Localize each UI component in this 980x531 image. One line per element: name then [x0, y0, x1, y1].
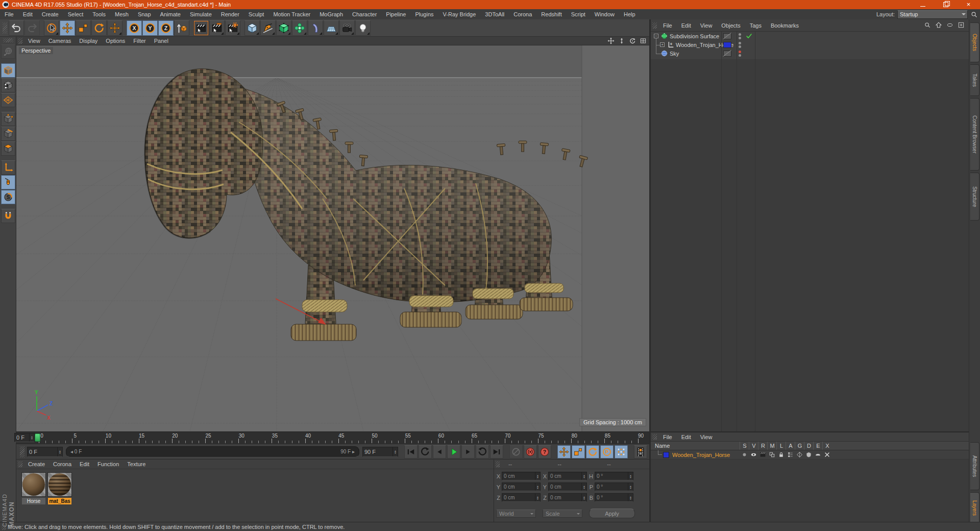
world-dropdown[interactable]: World [496, 510, 536, 518]
material-mat_bas[interactable]: mat_Bas [47, 472, 72, 504]
panel-grip[interactable] [18, 461, 22, 467]
viewport-menu-view[interactable]: View [24, 37, 44, 44]
om-menu-edit[interactable]: Edit [677, 21, 696, 30]
environment-floor-button[interactable] [324, 20, 339, 36]
menu-render[interactable]: Render [216, 10, 244, 18]
coord-field-1-z[interactable]: 0 cm▲▼ [548, 493, 587, 502]
record-disabled-button[interactable] [509, 445, 523, 458]
material-menu-corona[interactable]: Corona [49, 461, 76, 468]
transport-grip[interactable] [20, 446, 24, 457]
undo-button[interactable] [9, 20, 24, 36]
om-menu-tags[interactable]: Tags [745, 21, 766, 30]
viewport-menu-display[interactable]: Display [75, 37, 102, 44]
goto-start-button[interactable] [404, 445, 418, 458]
stepper-icon[interactable]: ▲▼ [393, 447, 398, 456]
layer-column-a[interactable]: A [786, 442, 795, 450]
snap-settings-button[interactable]: S [1, 190, 15, 204]
key-pla-toggle[interactable] [615, 445, 628, 458]
last-used-tool-button[interactable] [107, 20, 122, 36]
polygons-mode-button[interactable] [1, 141, 15, 156]
layer-column-l[interactable]: L [776, 442, 786, 450]
enabled-check-icon[interactable] [746, 33, 752, 39]
layer-cell-e[interactable] [813, 451, 822, 458]
layer-cell-x[interactable] [822, 451, 831, 458]
texture-mode-button[interactable] [1, 78, 15, 92]
tweak-mode-button[interactable] [1, 175, 15, 189]
material-preview[interactable] [21, 472, 46, 497]
stepper-icon[interactable]: ▲▼ [535, 494, 540, 501]
layout-select[interactable]: Startup [897, 10, 968, 19]
om-item-subdivision-surface[interactable]: −Subdivision Surface [651, 32, 969, 40]
lock-z-axis-button[interactable]: Z [158, 20, 174, 36]
timeline-range-slider[interactable]: ◂ 0 F90 F ▸ [66, 446, 359, 457]
visibility-dots[interactable] [739, 51, 741, 57]
stepper-icon[interactable]: ▲▼ [581, 472, 586, 480]
menu-sculpt[interactable]: Sculpt [244, 10, 269, 18]
render-picture-viewer-button[interactable] [209, 20, 225, 36]
rotate-tool-button[interactable] [91, 20, 107, 36]
stepper-icon[interactable]: ▲▼ [535, 483, 540, 491]
panel-grip[interactable] [652, 22, 657, 29]
autokeying-button[interactable]: ? [538, 445, 551, 458]
add-box-button[interactable] [957, 21, 966, 29]
layer-row-wooden-trojan-horse[interactable]: Wooden_Trojan_Horse [651, 450, 969, 460]
material-menu-edit[interactable]: Edit [76, 461, 93, 468]
magnet-snap-button[interactable] [1, 209, 15, 223]
menu-animate[interactable]: Animate [156, 10, 185, 18]
layer-column-r[interactable]: R [758, 442, 768, 450]
menu-simulate[interactable]: Simulate [185, 10, 216, 18]
material-menu-create[interactable]: Create [24, 461, 49, 468]
layers-menu-view[interactable]: View [696, 433, 717, 441]
stepper-icon[interactable]: ▲▼ [581, 483, 586, 491]
coord-field-0-y[interactable]: 0 cm▲▼ [502, 482, 541, 491]
light-button[interactable] [355, 20, 371, 36]
render-view-button[interactable] [193, 20, 209, 36]
name-column-header[interactable]: Name [651, 443, 670, 449]
tab-objects[interactable]: Objects [970, 22, 979, 62]
menu-redshift[interactable]: Redshift [536, 10, 566, 18]
move-tool-button[interactable] [60, 20, 75, 36]
stepper-icon[interactable]: ▲▼ [581, 494, 586, 501]
layer-column-d[interactable]: D [804, 442, 814, 450]
nav-rotate-button[interactable] [628, 37, 636, 45]
visibility-dots[interactable] [739, 42, 741, 48]
key-parameter-toggle[interactable]: P [600, 445, 614, 458]
step-back-button[interactable] [433, 445, 446, 458]
menu-3dtoall[interactable]: 3DToAll [480, 10, 509, 18]
camera-view-label[interactable]: Perspective [19, 47, 53, 54]
layer-cell-r[interactable] [758, 451, 767, 458]
close-button[interactable]: × [957, 0, 980, 9]
minimize-button[interactable] [911, 0, 934, 9]
search-button[interactable] [923, 21, 932, 29]
panel-grip[interactable] [496, 461, 500, 467]
step-forward-button[interactable] [461, 445, 475, 458]
layer-cell-g[interactable] [795, 451, 804, 458]
om-menu-file[interactable]: File [658, 21, 677, 30]
stepper-icon[interactable]: ▲▼ [628, 483, 633, 491]
layer-cell-m[interactable] [767, 451, 776, 458]
key-position-toggle[interactable] [557, 445, 571, 458]
viewport-canvas[interactable]: Y Z X Perspective Grid Spacing : 1000 cm [16, 45, 649, 431]
spline-pen-button[interactable] [260, 20, 276, 36]
layer-swatch[interactable] [723, 51, 731, 57]
key-rotation-toggle[interactable] [586, 445, 599, 458]
nav-views-button[interactable] [639, 37, 647, 45]
layer-column-e[interactable]: E [813, 442, 823, 450]
workplane-mode-button[interactable] [1, 93, 15, 107]
coord-field-1-y[interactable]: 0 cm▲▼ [548, 482, 587, 491]
menu-window[interactable]: Window [590, 10, 619, 18]
layer-column-v[interactable]: V [749, 442, 758, 450]
viewport-menu-panel[interactable]: Panel [150, 37, 173, 44]
layer-column-s[interactable]: S [740, 442, 749, 450]
palette-grip[interactable] [3, 38, 13, 42]
menu-motion-tracker[interactable]: Motion Tracker [268, 10, 315, 18]
live-selection-button[interactable] [44, 20, 59, 36]
layer-swatch[interactable] [723, 42, 731, 48]
layers-menu-file[interactable]: File [658, 433, 677, 441]
menu-v-ray-bridge[interactable]: V-Ray Bridge [438, 10, 481, 18]
stepper-icon[interactable]: ▲▼ [628, 494, 633, 501]
start-frame-field[interactable]: 0 F▲▼ [27, 447, 63, 457]
timeline-ruler[interactable]: 0 F ▲▼ 051015202530354045505560657075808… [16, 431, 649, 444]
om-menu-view[interactable]: View [696, 21, 717, 30]
redo-button[interactable] [24, 20, 40, 36]
